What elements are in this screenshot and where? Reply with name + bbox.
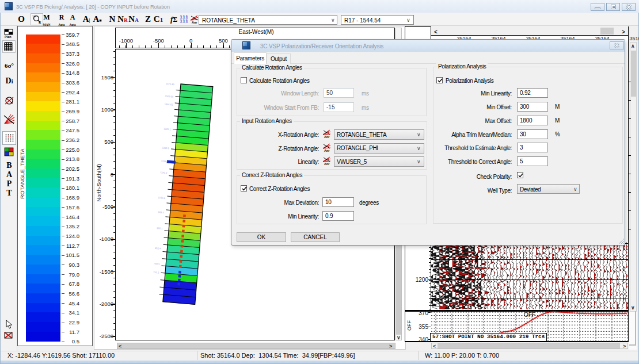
svg-text:Anr: Anr (324, 162, 330, 166)
svg-text:Anr: Anr (324, 135, 330, 139)
svg-text:Anr: Anr (324, 148, 330, 152)
